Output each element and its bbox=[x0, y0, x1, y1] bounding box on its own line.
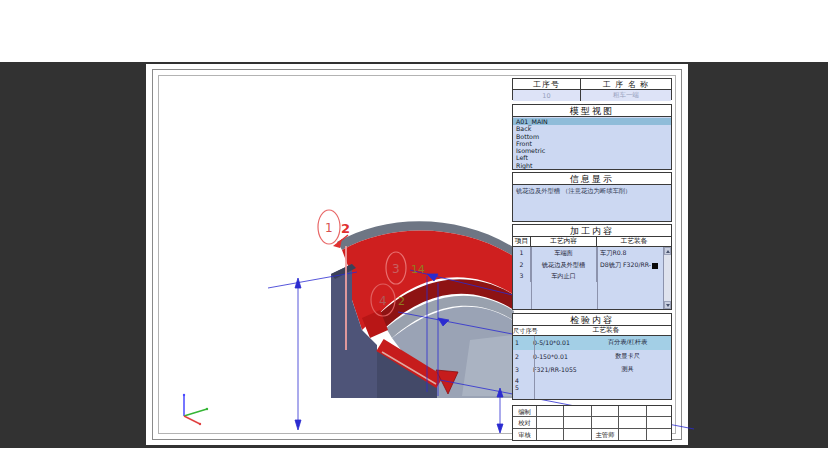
app-window: 1 2 3 14 4 2 工序号 工 序 名 称 10 粗车一端 bbox=[0, 0, 830, 467]
table-row[interactable]: 5 bbox=[513, 384, 671, 391]
row-content: 车内止口 bbox=[531, 270, 597, 282]
machining-header-equipment: 工艺装备 bbox=[597, 237, 671, 246]
row-number: 1 bbox=[513, 339, 522, 346]
table-row[interactable]: 1 0-5/10*0.01 百分表/杠杆表 bbox=[513, 336, 671, 350]
scrollbar-vertical[interactable] bbox=[663, 247, 671, 309]
row-value: 0-5/10*0.01 bbox=[522, 339, 584, 346]
signoff-cell[interactable] bbox=[592, 417, 619, 428]
model-view-item-isometric[interactable]: Isometric bbox=[513, 147, 671, 154]
row-number: 2 bbox=[513, 353, 522, 360]
column-divider bbox=[534, 336, 535, 399]
row-number: 3 bbox=[513, 366, 522, 373]
scroll-down-button[interactable] bbox=[664, 301, 671, 309]
table-row[interactable]: 3 F321/RR-1055 测具 bbox=[513, 363, 671, 377]
model-3d-view[interactable]: 1 2 3 14 4 2 bbox=[0, 0, 830, 467]
signoff-label-prepared: 编制 bbox=[513, 406, 537, 417]
machining-title: 加工内容 bbox=[513, 225, 671, 237]
row-value: 0-150*0.01 bbox=[522, 353, 584, 360]
balloon-1-label: 1 bbox=[325, 221, 333, 235]
machining-header-content: 工艺内容 bbox=[531, 237, 597, 246]
table-row[interactable]: 4 bbox=[513, 377, 671, 384]
inspection-header-equipment: 工艺装备 bbox=[541, 326, 671, 335]
machining-header-item: 项目 bbox=[513, 237, 531, 246]
signoff-cell[interactable] bbox=[592, 406, 619, 417]
inspection-table-header: 尺寸序号 工艺装备 bbox=[513, 326, 671, 336]
machining-content-panel: 加工内容 项目 工艺内容 工艺装备 1 车端面 车刀R0.8 2 铣花边及外型槽… bbox=[512, 224, 672, 310]
cell-handle[interactable] bbox=[652, 263, 658, 269]
balloon-3-label: 3 bbox=[392, 262, 400, 276]
inspection-content-panel: 检验内容 尺寸序号 工艺装备 1 0-5/10*0.01 百分表/杠杆表 2 0… bbox=[512, 313, 672, 400]
row-equipment: 测具 bbox=[584, 365, 671, 374]
model-view-item-bottom[interactable]: Bottom bbox=[513, 133, 671, 140]
row-content: 铣花边及外型槽 bbox=[531, 259, 597, 271]
balloon-4-label: 4 bbox=[379, 294, 387, 308]
inspection-title: 检验内容 bbox=[513, 314, 671, 326]
signoff-label-reviewed: 审核 bbox=[513, 429, 537, 440]
row-equipment bbox=[597, 270, 671, 282]
row-equipment: 数显卡尺 bbox=[584, 352, 671, 361]
csys-triad-icon bbox=[183, 394, 208, 425]
signoff-cell[interactable] bbox=[564, 417, 592, 428]
model-view-item-right[interactable]: Right bbox=[513, 162, 671, 169]
model-view-list[interactable]: A01_MAIN Back Bottom Front Isometric Lef… bbox=[513, 117, 671, 169]
inspection-header-dim: 尺寸序号 bbox=[513, 326, 541, 335]
machining-table-body: 1 车端面 车刀R0.8 2 铣花边及外型槽 D8铣刀 F320/RR- 3 车… bbox=[513, 247, 671, 309]
machining-table-header: 项目 工艺内容 工艺装备 bbox=[513, 237, 671, 247]
row-value: F321/RR-1055 bbox=[522, 366, 584, 373]
signoff-cell[interactable] bbox=[537, 417, 564, 428]
table-row[interactable]: 3 车内止口 bbox=[513, 270, 671, 282]
process-name-value[interactable]: 粗车一端 bbox=[581, 90, 671, 101]
signoff-cell[interactable] bbox=[537, 429, 564, 440]
signoff-cell[interactable] bbox=[564, 429, 592, 440]
inspection-table-body: 1 0-5/10*0.01 百分表/杠杆表 2 0-150*0.01 数显卡尺 … bbox=[513, 336, 671, 399]
info-display-panel: 信息显示 铣花边及外型槽 （注意花边为断续车削） bbox=[512, 172, 672, 222]
signoff-cell[interactable] bbox=[647, 417, 671, 428]
row-number: 2 bbox=[513, 259, 531, 271]
balloon-4-note: 2 bbox=[398, 295, 405, 308]
row-equipment: D8铣刀 F320/RR- bbox=[597, 259, 671, 271]
model-view-item-back[interactable]: Back bbox=[513, 125, 671, 132]
row-number: 4 bbox=[513, 377, 522, 384]
row-equipment: 车刀R0.8 bbox=[597, 247, 671, 259]
table-row[interactable]: 2 铣花边及外型槽 D8铣刀 F320/RR- bbox=[513, 259, 671, 271]
model-view-item-a01-main[interactable]: A01_MAIN bbox=[513, 118, 671, 125]
balloon-3-note: 14 bbox=[411, 263, 425, 276]
signoff-cell[interactable] bbox=[619, 417, 647, 428]
model-view-item-front[interactable]: Front bbox=[513, 140, 671, 147]
column-divider bbox=[531, 247, 532, 309]
signoff-cell[interactable] bbox=[647, 429, 671, 440]
model-view-item-left[interactable]: Left bbox=[513, 154, 671, 161]
signoff-cell[interactable] bbox=[619, 406, 647, 417]
row-equipment: 百分表/杠杆表 bbox=[584, 338, 671, 347]
row-number: 3 bbox=[513, 270, 531, 282]
row-content: 车端面 bbox=[531, 247, 597, 259]
signoff-cell[interactable] bbox=[537, 406, 564, 417]
process-number-header: 工序号 bbox=[513, 79, 581, 90]
table-row[interactable]: 1 车端面 车刀R0.8 bbox=[513, 247, 671, 259]
process-number-value[interactable]: 10 bbox=[513, 90, 581, 101]
row-number: 5 bbox=[513, 384, 522, 391]
signoff-label-proofread: 校对 bbox=[513, 417, 537, 428]
info-display-title: 信息显示 bbox=[513, 173, 671, 185]
signoff-cell[interactable] bbox=[564, 406, 592, 417]
scroll-up-button[interactable] bbox=[664, 247, 671, 255]
info-display-text[interactable]: 铣花边及外型槽 （注意花边为断续车削） bbox=[513, 185, 671, 221]
arrow-down-icon bbox=[666, 304, 670, 307]
process-header-table: 工序号 工 序 名 称 10 粗车一端 bbox=[512, 78, 672, 100]
signoff-label-supervisor: 主管师 bbox=[592, 429, 619, 440]
model-view-panel: 模型视图 A01_MAIN Back Bottom Front Isometri… bbox=[512, 104, 672, 170]
signoff-table: 编制 校对 审核 主管师 bbox=[512, 405, 672, 441]
signoff-cell[interactable] bbox=[647, 406, 671, 417]
signoff-cell[interactable] bbox=[619, 429, 647, 440]
table-row[interactable]: 2 0-150*0.01 数显卡尺 bbox=[513, 350, 671, 364]
process-name-header: 工 序 名 称 bbox=[581, 79, 671, 90]
row-number: 1 bbox=[513, 247, 531, 259]
balloon-1-note: 2 bbox=[341, 221, 350, 236]
model-view-title: 模型视图 bbox=[513, 105, 671, 117]
arrow-up-icon bbox=[666, 250, 670, 253]
